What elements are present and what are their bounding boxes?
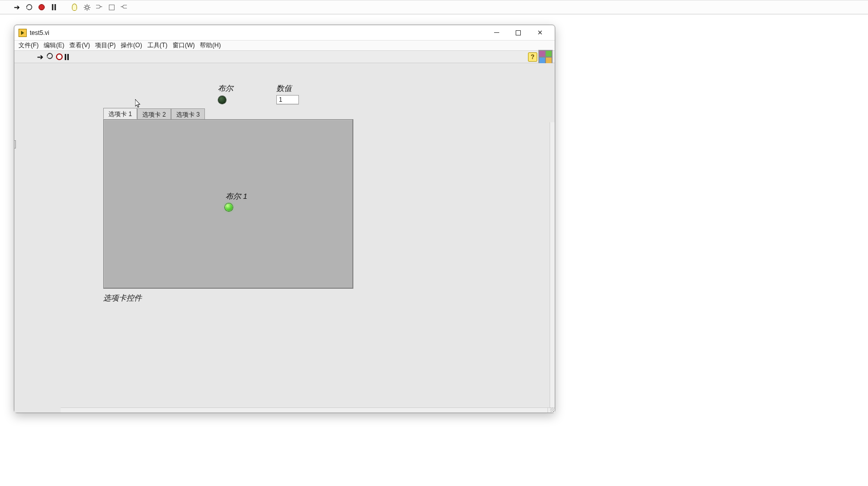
run-continuous-icon[interactable] <box>25 3 34 12</box>
origin-marker <box>14 140 16 148</box>
titlebar[interactable]: test5.vi ✕ <box>14 25 555 41</box>
menu-tools[interactable]: 工具(T) <box>147 41 167 50</box>
vi-toolbar: ➔ ? <box>14 51 555 63</box>
retain-wire-icon[interactable] <box>82 3 91 12</box>
menu-edit[interactable]: 编辑(E) <box>44 41 64 50</box>
tab-control-caption: 选项卡控件 <box>103 293 142 303</box>
outer-toolbar: ➔ <box>0 0 868 14</box>
vi-window: test5.vi ✕ 文件(F) 编辑(E) 查看(V) 项目(P) 操作(O)… <box>14 25 555 413</box>
menu-operate[interactable]: 操作(O) <box>121 41 142 50</box>
svg-line-8 <box>84 9 85 10</box>
context-help-icon[interactable]: ? <box>528 52 537 62</box>
menubar: 文件(F) 编辑(E) 查看(V) 项目(P) 操作(O) 工具(T) 窗口(W… <box>14 41 555 51</box>
boolean1-led[interactable] <box>225 203 233 211</box>
maximize-button[interactable] <box>507 26 529 40</box>
close-button[interactable]: ✕ <box>529 26 551 40</box>
svg-line-6 <box>88 9 89 10</box>
vi-pause-icon[interactable] <box>65 54 69 60</box>
tab-control[interactable]: 选项卡 1 选项卡 2 选项卡 3 布尔 1 <box>103 108 353 289</box>
run-icon[interactable]: ➔ <box>12 3 22 12</box>
step-out-icon[interactable] <box>119 3 128 12</box>
step-over-icon[interactable] <box>107 3 116 12</box>
mouse-cursor-icon <box>135 99 141 108</box>
connector-pane-icon[interactable] <box>538 50 553 64</box>
svg-line-7 <box>88 5 89 6</box>
vi-run-icon[interactable]: ➔ <box>37 52 44 62</box>
tab-1[interactable]: 选项卡 1 <box>103 108 137 119</box>
menu-file[interactable]: 文件(F) <box>18 41 39 50</box>
menu-view[interactable]: 查看(V) <box>69 41 90 50</box>
tab-page-1[interactable]: 布尔 1 <box>103 119 353 289</box>
front-panel[interactable]: 布尔 数值 1 选项卡 1 选项卡 2 选项卡 3 布尔 1 选项卡控件 <box>14 63 555 413</box>
menu-help[interactable]: 帮助(H) <box>200 41 221 50</box>
vi-abort-icon[interactable] <box>56 53 63 60</box>
menu-window[interactable]: 窗口(W) <box>173 41 195 50</box>
vi-file-icon <box>18 29 27 37</box>
boolean1-label: 布尔 1 <box>225 192 248 201</box>
svg-line-5 <box>84 5 85 6</box>
horizontal-scrollbar[interactable] <box>61 407 548 413</box>
window-title: test5.vi <box>30 29 49 36</box>
step-into-icon[interactable] <box>95 3 104 12</box>
boolean-led[interactable] <box>218 96 226 104</box>
abort-icon[interactable] <box>37 3 46 12</box>
highlight-exec-icon[interactable] <box>70 3 79 12</box>
menu-project[interactable]: 项目(P) <box>95 41 116 50</box>
numeric-value: 1 <box>279 96 282 103</box>
tab-strip: 选项卡 1 选项卡 2 选项卡 3 <box>103 108 353 119</box>
tab-3[interactable]: 选项卡 3 <box>171 108 205 120</box>
pause-icon[interactable] <box>49 3 59 12</box>
svg-point-0 <box>85 6 88 9</box>
minimize-button[interactable] <box>486 26 507 40</box>
vertical-scrollbar[interactable] <box>550 122 555 407</box>
tab-2[interactable]: 选项卡 2 <box>137 108 171 120</box>
boolean-label: 布尔 <box>218 84 233 94</box>
numeric-indicator[interactable]: 1 <box>276 95 299 104</box>
numeric-label: 数值 <box>276 84 292 94</box>
vi-run-continuous-icon[interactable] <box>46 52 54 62</box>
resize-grip[interactable] <box>548 407 555 413</box>
